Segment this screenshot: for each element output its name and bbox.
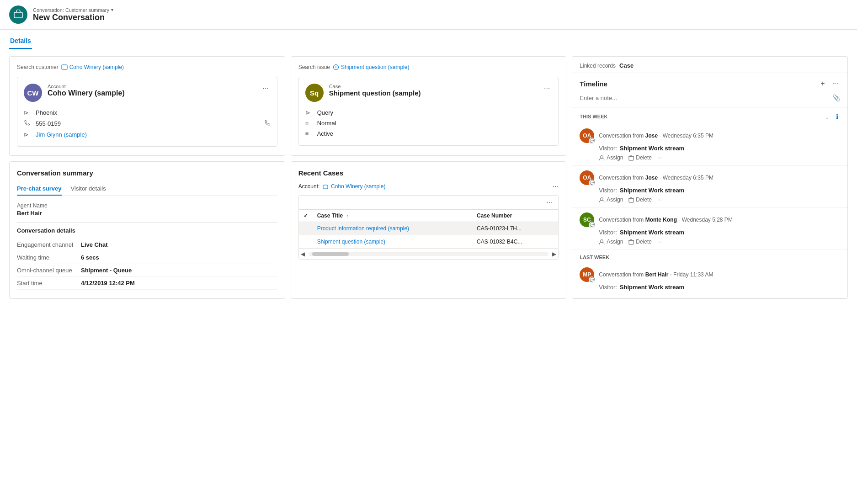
cases-account-link[interactable]: Coho Winery (sample) xyxy=(331,183,385,190)
avatar: MP 💬 xyxy=(580,267,594,282)
phone-call-icon[interactable] xyxy=(264,120,271,127)
location-icon: ⊳ xyxy=(24,109,32,116)
priority-icon: ≡ xyxy=(305,120,314,127)
visitor-value: Shipment Work stream xyxy=(620,284,684,291)
phone-icon xyxy=(24,120,32,127)
timeline-item-info: Conversation from Jose - Wednesday 6:35 … xyxy=(599,133,840,139)
delete-button[interactable]: Delete xyxy=(628,196,652,203)
tab-details[interactable]: Details xyxy=(9,33,32,49)
issue-link[interactable]: Shipment question (sample) xyxy=(333,64,409,70)
visitor-value: Shipment Work stream xyxy=(620,229,684,236)
attachment-icon[interactable]: 📎 xyxy=(832,94,840,101)
conversation-summary-card: Conversation summary Pre-chat survey Vis… xyxy=(9,161,285,299)
timeline-more-button[interactable]: ··· xyxy=(830,79,840,89)
account-city-row: ⊳ Phoenix xyxy=(24,107,271,118)
cases-account-row: Account: Coho Winery (sample) ··· xyxy=(298,182,559,191)
cases-more-button[interactable]: ··· xyxy=(553,182,559,191)
horizontal-scrollbar[interactable]: ◀ ▶ xyxy=(299,249,559,259)
header-subtitle: Conversation: Customer summary ▾ xyxy=(33,7,113,13)
cases-toolbar-more[interactable]: ··· xyxy=(545,197,554,207)
conversation-summary-title: Conversation summary xyxy=(17,169,277,177)
timeline-item-info: Conversation from Bert Hair - Friday 11:… xyxy=(599,271,840,278)
note-input-row: 📎 xyxy=(572,92,847,107)
delete-button[interactable]: Delete xyxy=(628,239,652,245)
timeline-item: MP 💬 Conversation from Bert Hair - Frida… xyxy=(572,263,847,298)
table-row[interactable]: Shipment question (sample) CAS-01032-B4C… xyxy=(299,235,559,249)
timeline-actions: + ··· xyxy=(819,79,840,89)
assign-button[interactable]: Assign xyxy=(599,239,623,245)
case-number-cell: CAS-01032-B4C... xyxy=(472,235,558,249)
case-avatar: Sq xyxy=(305,84,324,102)
search-customer-row: Search customer Coho Winery (sample) xyxy=(17,64,277,70)
account-type: Account xyxy=(48,84,125,89)
account-header: CW Account Coho Winery (sample) ··· xyxy=(24,84,271,102)
timeline-item-header: OA 💬 Conversation from Jose - Wednesday … xyxy=(580,128,840,143)
case-type-row: ⊳ Query xyxy=(305,107,552,118)
note-input[interactable] xyxy=(580,95,829,101)
scroll-right-button[interactable]: ▶ xyxy=(550,251,558,257)
contact-icon: ⊳ xyxy=(24,131,32,138)
account-info: Account Coho Winery (sample) xyxy=(48,84,125,97)
delete-button[interactable]: Delete xyxy=(628,154,652,161)
timeline-header: Timeline + ··· xyxy=(572,73,847,92)
svg-rect-6 xyxy=(629,198,633,202)
visitor-label: Visitor: xyxy=(599,145,617,152)
timeline-item-header: SC 💬 Conversation from Monte Kong - Wedn… xyxy=(580,212,840,227)
status-icon: ≡ xyxy=(305,130,314,137)
timeline-sort-icon[interactable]: ↓ xyxy=(824,112,830,121)
timeline-items: THIS WEEK ↓ ℹ OA 💬 Conversation f xyxy=(572,107,847,298)
svg-rect-8 xyxy=(629,240,633,244)
recent-cases-title: Recent Cases xyxy=(298,169,559,177)
case-title-cell[interactable]: Shipment question (sample) xyxy=(313,235,472,249)
cases-number-col[interactable]: Case Number xyxy=(472,210,558,222)
visitor-value: Shipment Work stream xyxy=(620,145,684,152)
tab-pre-chat-survey[interactable]: Pre-chat survey xyxy=(17,182,62,196)
account-avatar: CW xyxy=(24,84,42,102)
avatar: OA 💬 xyxy=(580,128,594,143)
assign-button[interactable]: Assign xyxy=(599,154,623,161)
conv-detail-row: Engagement channel Live Chat xyxy=(17,239,277,251)
conv-detail-row: Start time 4/12/2019 12:42 PM xyxy=(17,277,277,290)
scroll-left-button[interactable]: ◀ xyxy=(299,251,307,257)
cases-table-container[interactable]: ✓ Case Title ↑ Case Number xyxy=(299,210,559,249)
assign-button[interactable]: Assign xyxy=(599,196,623,203)
conversation-tabs: Pre-chat survey Visitor details xyxy=(17,182,277,196)
sort-icon: ↑ xyxy=(346,213,348,218)
cases-account-label: Account: Coho Winery (sample) xyxy=(298,183,386,190)
timeline-action-row: Assign Delete ··· xyxy=(580,154,840,161)
customer-link[interactable]: Coho Winery (sample) xyxy=(61,64,124,70)
recent-cases-card: Recent Cases Account: Coho Winery (sampl… xyxy=(291,161,567,299)
timeline-info-icon[interactable]: ℹ xyxy=(834,112,840,121)
avatar: OA 💬 xyxy=(580,170,594,185)
avatar-badge: 💬 xyxy=(589,138,595,144)
tab-visitor-details[interactable]: Visitor details xyxy=(71,182,106,196)
linked-records-case: Case xyxy=(619,62,633,69)
cases-check-col: ✓ xyxy=(299,210,313,222)
agent-name-label: Agent Name xyxy=(17,202,277,209)
account-more-button[interactable]: ··· xyxy=(261,84,270,94)
avatar-badge: 💬 xyxy=(589,276,595,283)
customer-panel: Search customer Coho Winery (sample) CW … xyxy=(9,56,285,156)
more-actions-button[interactable]: ··· xyxy=(657,239,662,245)
case-title-cell[interactable]: Product information required (sample) xyxy=(313,222,472,235)
case-number-cell: CAS-01023-L7H... xyxy=(472,222,558,235)
header-text: Conversation: Customer summary ▾ New Con… xyxy=(33,7,113,22)
app-header: Conversation: Customer summary ▾ New Con… xyxy=(0,0,857,30)
timeline-title: Timeline xyxy=(580,80,819,88)
table-row[interactable]: Product information required (sample) CA… xyxy=(299,222,559,235)
timeline-action-row: Assign Delete ··· xyxy=(580,196,840,203)
case-name: Shipment question (sample) xyxy=(329,89,421,97)
timeline-action-row: Assign Delete ··· xyxy=(580,239,840,245)
case-priority-row: ≡ Normal xyxy=(305,118,552,128)
search-issue-label: Search issue xyxy=(298,64,330,70)
contact-link[interactable]: Jim Glynn (sample) xyxy=(36,131,87,138)
last-week-label: LAST WEEK xyxy=(572,250,847,263)
linked-records-label: Linked records xyxy=(580,63,616,69)
case-more-button[interactable]: ··· xyxy=(542,84,552,94)
timeline-add-button[interactable]: + xyxy=(819,79,826,89)
visitor-label: Visitor: xyxy=(599,229,617,236)
more-actions-button[interactable]: ··· xyxy=(657,154,662,161)
visitor-row: Visitor: Shipment Work stream xyxy=(580,187,840,194)
more-actions-button[interactable]: ··· xyxy=(657,196,662,203)
cases-title-col[interactable]: Case Title ↑ xyxy=(313,210,472,222)
